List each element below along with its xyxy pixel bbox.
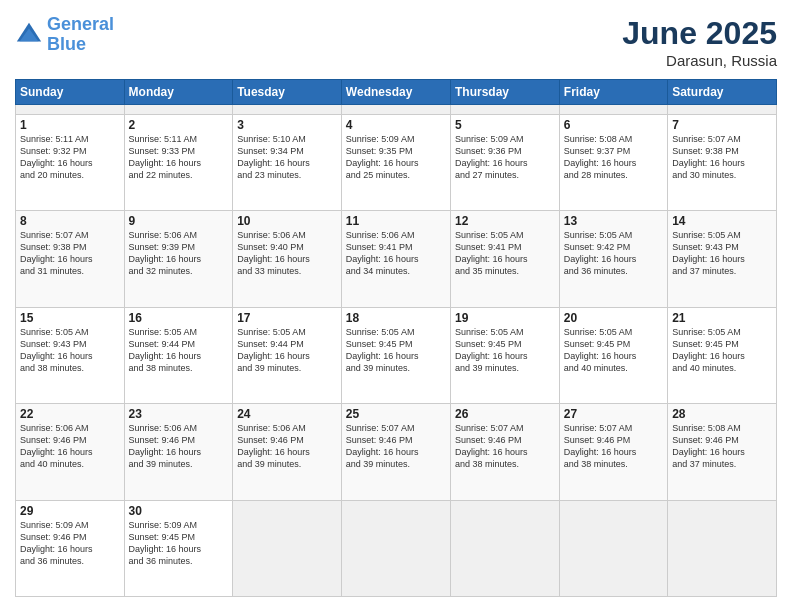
calendar-day-cell: 3Sunrise: 5:10 AM Sunset: 9:34 PM Daylig… [233,114,342,210]
day-number: 14 [672,214,772,228]
header: General Blue June 2025 Darasun, Russia [15,15,777,69]
day-number: 13 [564,214,663,228]
day-number: 29 [20,504,120,518]
calendar-day-cell: 29Sunrise: 5:09 AM Sunset: 9:46 PM Dayli… [16,500,125,597]
logo-text: General Blue [47,15,114,55]
calendar-day-cell [233,105,342,115]
day-number: 7 [672,118,772,132]
day-number: 28 [672,407,772,421]
day-info: Sunrise: 5:06 AM Sunset: 9:40 PM Dayligh… [237,229,337,278]
calendar-day-cell: 23Sunrise: 5:06 AM Sunset: 9:46 PM Dayli… [124,404,233,500]
calendar-day-cell: 10Sunrise: 5:06 AM Sunset: 9:40 PM Dayli… [233,211,342,307]
calendar-day-cell [559,500,667,597]
day-info: Sunrise: 5:09 AM Sunset: 9:46 PM Dayligh… [20,519,120,568]
calendar-day-cell: 28Sunrise: 5:08 AM Sunset: 9:46 PM Dayli… [668,404,777,500]
calendar-day-cell: 19Sunrise: 5:05 AM Sunset: 9:45 PM Dayli… [450,307,559,403]
calendar-day-cell: 25Sunrise: 5:07 AM Sunset: 9:46 PM Dayli… [341,404,450,500]
calendar-week-row: 22Sunrise: 5:06 AM Sunset: 9:46 PM Dayli… [16,404,777,500]
calendar-day-cell: 7Sunrise: 5:07 AM Sunset: 9:38 PM Daylig… [668,114,777,210]
day-info: Sunrise: 5:10 AM Sunset: 9:34 PM Dayligh… [237,133,337,182]
day-of-week-header: Tuesday [233,80,342,105]
logo-line1: General [47,14,114,34]
day-number: 24 [237,407,337,421]
calendar-day-cell: 18Sunrise: 5:05 AM Sunset: 9:45 PM Dayli… [341,307,450,403]
day-number: 10 [237,214,337,228]
calendar-day-cell: 21Sunrise: 5:05 AM Sunset: 9:45 PM Dayli… [668,307,777,403]
day-info: Sunrise: 5:05 AM Sunset: 9:43 PM Dayligh… [20,326,120,375]
calendar-week-row: 29Sunrise: 5:09 AM Sunset: 9:46 PM Dayli… [16,500,777,597]
logo-line2: Blue [47,34,86,54]
day-number: 4 [346,118,446,132]
day-number: 5 [455,118,555,132]
calendar-day-cell: 9Sunrise: 5:06 AM Sunset: 9:39 PM Daylig… [124,211,233,307]
day-of-week-header: Monday [124,80,233,105]
day-info: Sunrise: 5:05 AM Sunset: 9:44 PM Dayligh… [129,326,229,375]
day-info: Sunrise: 5:06 AM Sunset: 9:46 PM Dayligh… [129,422,229,471]
calendar-day-cell: 12Sunrise: 5:05 AM Sunset: 9:41 PM Dayli… [450,211,559,307]
logo: General Blue [15,15,114,55]
title-block: June 2025 Darasun, Russia [622,15,777,69]
day-info: Sunrise: 5:09 AM Sunset: 9:45 PM Dayligh… [129,519,229,568]
day-of-week-header: Wednesday [341,80,450,105]
day-info: Sunrise: 5:05 AM Sunset: 9:43 PM Dayligh… [672,229,772,278]
day-info: Sunrise: 5:07 AM Sunset: 9:46 PM Dayligh… [455,422,555,471]
day-info: Sunrise: 5:09 AM Sunset: 9:36 PM Dayligh… [455,133,555,182]
day-info: Sunrise: 5:11 AM Sunset: 9:32 PM Dayligh… [20,133,120,182]
day-info: Sunrise: 5:05 AM Sunset: 9:45 PM Dayligh… [672,326,772,375]
calendar-week-row: 8Sunrise: 5:07 AM Sunset: 9:38 PM Daylig… [16,211,777,307]
calendar-day-cell: 14Sunrise: 5:05 AM Sunset: 9:43 PM Dayli… [668,211,777,307]
month-title: June 2025 [622,15,777,52]
day-of-week-header: Friday [559,80,667,105]
calendar-day-cell [559,105,667,115]
calendar-day-cell: 1Sunrise: 5:11 AM Sunset: 9:32 PM Daylig… [16,114,125,210]
calendar-day-cell: 26Sunrise: 5:07 AM Sunset: 9:46 PM Dayli… [450,404,559,500]
calendar-day-cell [341,105,450,115]
day-info: Sunrise: 5:07 AM Sunset: 9:38 PM Dayligh… [20,229,120,278]
calendar-day-cell [450,105,559,115]
day-number: 15 [20,311,120,325]
calendar-day-cell: 15Sunrise: 5:05 AM Sunset: 9:43 PM Dayli… [16,307,125,403]
day-info: Sunrise: 5:06 AM Sunset: 9:46 PM Dayligh… [20,422,120,471]
calendar-day-cell [233,500,342,597]
calendar-day-cell [668,105,777,115]
calendar-day-cell: 27Sunrise: 5:07 AM Sunset: 9:46 PM Dayli… [559,404,667,500]
day-number: 1 [20,118,120,132]
day-number: 11 [346,214,446,228]
day-info: Sunrise: 5:09 AM Sunset: 9:35 PM Dayligh… [346,133,446,182]
day-info: Sunrise: 5:11 AM Sunset: 9:33 PM Dayligh… [129,133,229,182]
calendar-day-cell: 16Sunrise: 5:05 AM Sunset: 9:44 PM Dayli… [124,307,233,403]
calendar-day-cell: 22Sunrise: 5:06 AM Sunset: 9:46 PM Dayli… [16,404,125,500]
day-info: Sunrise: 5:05 AM Sunset: 9:42 PM Dayligh… [564,229,663,278]
day-info: Sunrise: 5:05 AM Sunset: 9:44 PM Dayligh… [237,326,337,375]
day-number: 9 [129,214,229,228]
day-number: 23 [129,407,229,421]
logo-icon [15,21,43,49]
day-info: Sunrise: 5:07 AM Sunset: 9:38 PM Dayligh… [672,133,772,182]
calendar-day-cell: 6Sunrise: 5:08 AM Sunset: 9:37 PM Daylig… [559,114,667,210]
day-number: 19 [455,311,555,325]
day-number: 27 [564,407,663,421]
day-info: Sunrise: 5:08 AM Sunset: 9:46 PM Dayligh… [672,422,772,471]
day-info: Sunrise: 5:06 AM Sunset: 9:46 PM Dayligh… [237,422,337,471]
day-number: 16 [129,311,229,325]
day-number: 25 [346,407,446,421]
day-of-week-header: Saturday [668,80,777,105]
day-number: 30 [129,504,229,518]
calendar-day-cell: 11Sunrise: 5:06 AM Sunset: 9:41 PM Dayli… [341,211,450,307]
day-info: Sunrise: 5:05 AM Sunset: 9:45 PM Dayligh… [455,326,555,375]
calendar-week-row: 1Sunrise: 5:11 AM Sunset: 9:32 PM Daylig… [16,114,777,210]
calendar-day-cell: 5Sunrise: 5:09 AM Sunset: 9:36 PM Daylig… [450,114,559,210]
day-number: 3 [237,118,337,132]
calendar-week-row [16,105,777,115]
calendar-day-cell [16,105,125,115]
calendar-day-cell [450,500,559,597]
day-number: 21 [672,311,772,325]
calendar-day-cell: 20Sunrise: 5:05 AM Sunset: 9:45 PM Dayli… [559,307,667,403]
day-info: Sunrise: 5:05 AM Sunset: 9:45 PM Dayligh… [346,326,446,375]
day-info: Sunrise: 5:06 AM Sunset: 9:41 PM Dayligh… [346,229,446,278]
day-number: 26 [455,407,555,421]
calendar-header-row: SundayMondayTuesdayWednesdayThursdayFrid… [16,80,777,105]
calendar-day-cell: 24Sunrise: 5:06 AM Sunset: 9:46 PM Dayli… [233,404,342,500]
day-info: Sunrise: 5:08 AM Sunset: 9:37 PM Dayligh… [564,133,663,182]
calendar-day-cell [124,105,233,115]
